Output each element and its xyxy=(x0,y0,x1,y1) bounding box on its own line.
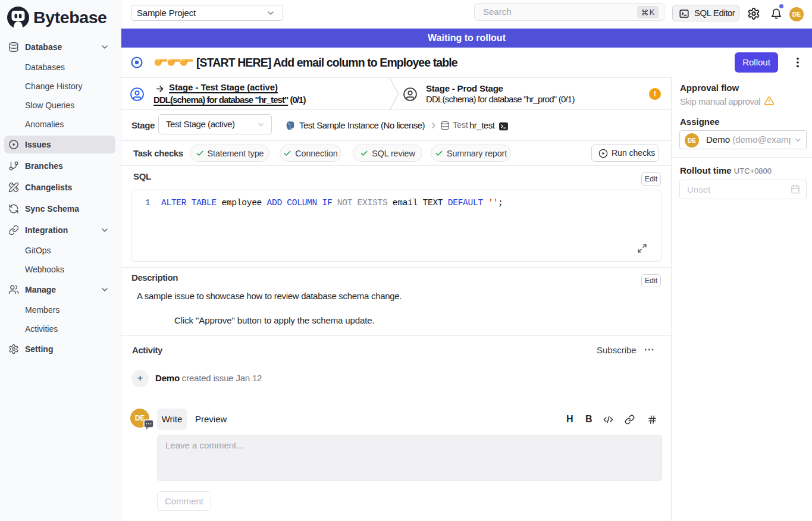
svg-text:Bytebase: Bytebase xyxy=(33,8,107,27)
